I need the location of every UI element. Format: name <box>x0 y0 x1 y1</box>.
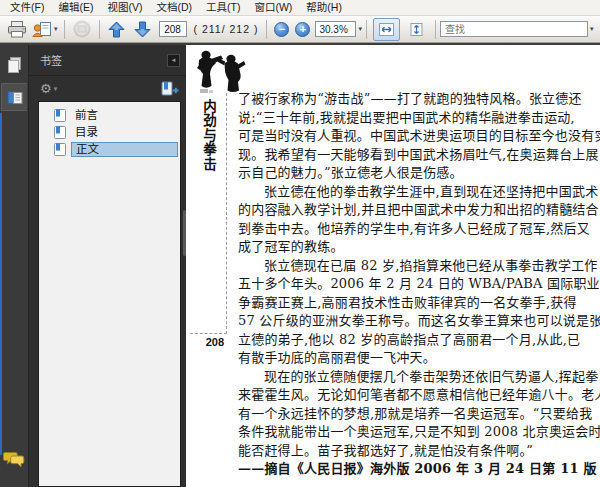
bookmark-label: 目录 <box>71 125 102 140</box>
text-line: 五十多个年头。2006 年 2 月 24 日的 WBA/PABA 国际职业拳击 <box>238 275 586 294</box>
menu-file[interactable]: 文件(F) <box>3 0 51 15</box>
bookmark-page-icon <box>54 109 66 122</box>
fit-page-icon <box>408 22 425 37</box>
arrow-down-icon <box>134 21 151 38</box>
bookmarks-panel: 书签 ◄ ⚙ ▾ 前言 <box>28 45 186 487</box>
bookmark-item-toc[interactable]: 目录 <box>39 124 180 141</box>
toolbar: ▾ ( 211/ 212 ) − + 30.3% <box>0 16 600 43</box>
new-bookmark-button[interactable] <box>161 81 179 96</box>
text-line: 能否赶得上。苗子我都选好了,就是怕没有条件啊。” <box>238 442 586 461</box>
find-input[interactable] <box>440 21 588 37</box>
pdf-reader-window: 文件(F) 编辑(E) 视图(V) 文档(D) 工具(T) 窗口(W) 帮助(H… <box>0 0 600 487</box>
text-line: 条件我就能带出一个奥运冠军,只是不知到 2008 北京奥运会时 <box>238 423 586 442</box>
zoom-dropdown-caret-icon[interactable]: ▾ <box>358 25 362 33</box>
comments-icon <box>3 451 26 469</box>
tab-pages-panel[interactable] <box>1 51 27 79</box>
text-line: 有散手功底的高丽君便一飞冲天。 <box>238 349 586 368</box>
text-line: 张立德在他的拳击教学生涯中,直到现在还坚持把中国武术 <box>238 183 586 202</box>
text-line: 立德的弟子,他以 82 岁的高龄指点了高丽君一个月,从此,已 <box>238 331 586 350</box>
collapse-panel-button[interactable]: ◄ <box>167 54 180 67</box>
navigation-tab-strip <box>0 45 28 487</box>
text-line: 争霸赛正赛上,高丽君技术性击败菲律宾的一名女拳手,获得 <box>238 294 586 313</box>
menu-window[interactable]: 窗口(W) <box>247 0 299 15</box>
toolbar-divider <box>266 20 267 39</box>
share-review-button[interactable]: ▾ <box>30 18 60 40</box>
toolbar-divider <box>99 20 100 39</box>
menu-document[interactable]: 文档(D) <box>149 0 199 15</box>
text-line: 到拳击中去。他培养的学生中,有许多人已经成了冠军,然后又 <box>238 220 586 239</box>
share-dropdown-caret-icon: ▾ <box>54 25 58 33</box>
text-line: 成了冠军的教练。 <box>238 238 586 257</box>
previous-page-button[interactable] <box>104 18 130 40</box>
text-line: 说:“三十年前,我就提出要把中国武术的精华融进拳击运动, <box>238 109 586 128</box>
document-page[interactable]: 内劲与拳击 208 了被行家称为“游击战”——打了就跑的独特风格。张立德还 说:… <box>186 45 600 487</box>
fit-width-icon <box>378 22 395 37</box>
zoom-out-button[interactable]: − <box>274 22 289 37</box>
arrow-up-icon <box>108 21 125 38</box>
fit-width-button[interactable] <box>373 18 400 41</box>
active-panel-accent-line <box>0 113 2 455</box>
text-line: 现在的张立德随便摆几个拳击架势还依旧气势逼人,挥起拳 <box>238 368 586 387</box>
share-review-icon <box>32 21 52 38</box>
text-line: 张立德现在已届 82 岁,掐指算来他已经从事拳击教学工作 <box>238 257 586 276</box>
bookmark-label: 正文 <box>71 142 178 157</box>
page-number-input[interactable] <box>159 21 187 37</box>
menu-edit[interactable]: 编辑(E) <box>51 0 100 15</box>
source-attribution: ——摘自《人民日报》海外版 2006 年 3 月 24 日第 11 版 <box>238 460 586 479</box>
bookmark-page-icon <box>54 143 66 156</box>
page-count-label: ( 211/ 212 ) <box>194 23 259 35</box>
options-caret-icon[interactable]: ▾ <box>54 85 58 93</box>
menu-view[interactable]: 视图(V) <box>100 0 149 15</box>
bookmarks-panel-title: 书签 <box>40 52 62 68</box>
text-line: 了被行家称为“游击战”——打了就跑的独特风格。张立德还 <box>238 90 586 109</box>
printer-icon <box>7 21 27 38</box>
toolbar-divider <box>435 20 436 39</box>
collaboration-button-disabled <box>69 18 95 40</box>
options-gear-icon[interactable]: ⚙ <box>40 82 52 95</box>
comments-button[interactable] <box>3 451 26 469</box>
bookmarks-list: 前言 目录 正文 <box>38 101 181 487</box>
text-line: 的内容融入教学计划,并且把中国武术中发力和出招的精髓结合 <box>238 201 586 220</box>
chapter-vertical-title: 内劲与拳击 <box>199 99 219 172</box>
bookmarks-options-row: ⚙ ▾ <box>29 76 186 101</box>
toolbar-divider <box>64 20 65 39</box>
text-line: 现。我希望有一天能够看到中国武术扬眉吐气,在奥运舞台上展 <box>238 146 586 165</box>
find-dropdown-caret-icon[interactable]: ▾ <box>590 25 594 33</box>
text-line: 可是当时没有人重视。中国武术进奥运项目的目标至今也没有实 <box>238 127 586 146</box>
zoom-level-value[interactable]: 30.3% <box>315 21 356 37</box>
print-button[interactable] <box>4 18 30 40</box>
text-line: 示自己的魅力。”张立德老人很是伤感。 <box>238 164 586 183</box>
bookmark-item-preface[interactable]: 前言 <box>39 107 180 124</box>
bookmark-item-body-selected[interactable]: 正文 <box>39 141 180 158</box>
menu-help[interactable]: 帮助(H) <box>299 0 349 15</box>
printed-page-number: 208 <box>188 336 224 348</box>
collaboration-icon <box>72 20 92 38</box>
body-text: 了被行家称为“游击战”——打了就跑的独特风格。张立德还 说:“三十年前,我就提出… <box>238 90 586 479</box>
text-line: 有一个永远挂怀的梦想,那就是培养一名奥运冠军。“只要给我 <box>238 405 586 424</box>
boxers-ink-illustration <box>196 48 248 94</box>
menu-bar: 文件(F) 编辑(E) 视图(V) 文档(D) 工具(T) 窗口(W) 帮助(H… <box>0 0 600 16</box>
bookmark-label: 前言 <box>71 108 102 123</box>
text-line: 来霍霍生风。无论如何笔者都不愿意相信他已经年逾八十。老人 <box>238 386 586 405</box>
text-line: 57 公斤级的亚洲女拳王称号。而这名女拳王算来也可以说是张 <box>238 312 586 331</box>
tab-bookmarks-panel[interactable] <box>1 83 27 111</box>
next-page-button[interactable] <box>130 18 156 40</box>
bookmark-page-icon <box>54 126 66 139</box>
fit-page-button[interactable] <box>404 19 429 40</box>
zoom-in-button[interactable]: + <box>295 22 310 37</box>
new-bookmark-icon <box>161 81 179 96</box>
pages-icon <box>7 57 22 74</box>
bookmarks-panel-header: 书签 ◄ <box>29 45 186 76</box>
bookmarks-icon <box>7 90 23 105</box>
menu-tools[interactable]: 工具(T) <box>199 0 247 15</box>
toolbar-divider <box>366 20 367 39</box>
